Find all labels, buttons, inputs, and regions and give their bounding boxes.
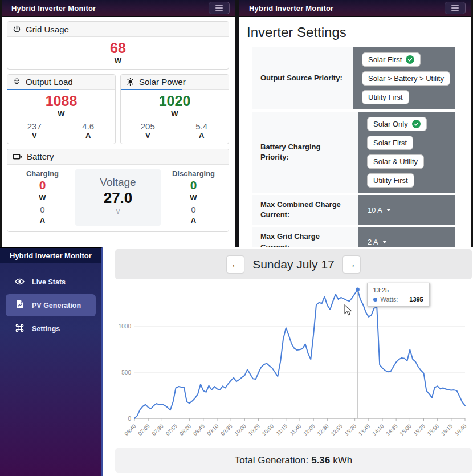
x-axis-tick-label: 10:50 xyxy=(260,423,275,437)
x-axis-tick-label: 14:35 xyxy=(385,423,399,437)
x-axis-tick-label: 07:05 xyxy=(137,423,151,437)
x-axis-tick-label: 12:30 xyxy=(316,423,330,437)
caret-down-icon xyxy=(386,209,391,211)
x-axis-tick-label: 15:00 xyxy=(398,423,413,437)
output-load-watts: 1088 xyxy=(7,93,115,109)
solar-power-amps: 5.4 xyxy=(175,121,229,131)
pv-generation-panel: Hybrid Inverter Monitor Live Stats xyxy=(0,247,473,476)
sidebar-title: Hybrid Inverter Monitor xyxy=(0,248,101,263)
date-title: Sunday July 17 xyxy=(252,258,335,271)
arrow-left-icon: ← xyxy=(231,259,240,270)
chart-tooltip: 13:25 Watts: 1395 xyxy=(367,283,430,307)
prev-day-button[interactable]: ← xyxy=(227,256,244,273)
sidebar-item-live-stats[interactable]: Live Stats xyxy=(6,271,96,292)
x-axis-tick-label: 13:20 xyxy=(343,423,357,437)
solar-power-title: Solar Power xyxy=(139,77,186,87)
x-axis-tick-label: 07:55 xyxy=(164,423,178,437)
total-generation-bar: Total Generation: 5.36 kWh xyxy=(115,448,472,473)
battery-discharging-col: Discharging 0 W 0 A xyxy=(164,169,223,226)
max-combined-charge-label: Max Combined Charge Current: xyxy=(252,195,358,225)
live-stats-content: Grid Usage 68 W Output Load 108 xyxy=(2,17,235,232)
eye-icon xyxy=(15,277,25,287)
hamburger-icon xyxy=(451,5,459,6)
x-axis-tick-label: 11:40 xyxy=(288,423,302,437)
grid-usage-header: Grid Usage xyxy=(7,22,229,37)
battery-card: Battery Charging 0 W 0 A Voltage 27.0 V xyxy=(7,149,229,233)
live-stats-panel: Hybrid Inverter Monitor Grid Usage 68 xyxy=(0,0,235,247)
arrow-right-icon: → xyxy=(347,259,356,270)
menu-toggle-button[interactable] xyxy=(445,2,466,14)
option-solar-first-button[interactable]: Solar First xyxy=(362,52,421,67)
solar-power-card: Solar Power 1020 W 205 V 5.4 A xyxy=(120,74,229,144)
max-combined-charge-row: Max Combined Charge Current: 10 A xyxy=(252,195,455,225)
x-axis-tick-label: 07:30 xyxy=(150,423,165,437)
tooltip-time: 13:25 xyxy=(373,287,423,294)
option-solar-only-button[interactable]: Solar Only xyxy=(367,117,427,131)
menu-toggle-button[interactable] xyxy=(209,2,230,14)
check-circle-icon xyxy=(406,55,414,64)
x-axis-tick-label: 16:15 xyxy=(440,423,454,437)
y-axis-tick-label: 0 xyxy=(128,416,131,422)
solar-power-header: Solar Power xyxy=(121,75,229,90)
battery-charging-amps: 0 xyxy=(13,204,72,215)
x-axis-tick-label: 11:15 xyxy=(275,423,288,437)
watts-series-line xyxy=(134,290,465,418)
battery-charging-label: Battery Charging Priority: xyxy=(252,112,358,193)
power-icon xyxy=(13,25,21,34)
total-generation-value: 5.36 xyxy=(311,455,330,466)
battery-charging-watts: 0 xyxy=(13,178,72,193)
output-load-card: Output Load 1088 W 237 V 4.6 A xyxy=(7,74,116,144)
sidebar-item-settings[interactable]: Settings xyxy=(6,318,96,340)
navbar-title: Hybrid Inverter Monitor xyxy=(249,4,333,13)
x-axis-tick-label: 16:40 xyxy=(454,423,468,437)
page-title: Inverter Settings xyxy=(239,17,471,47)
sidebar-item-pv-generation[interactable]: PV Generation xyxy=(6,294,96,316)
output-load-header: Output Load xyxy=(7,75,115,90)
next-day-button[interactable]: → xyxy=(343,256,360,273)
grid-usage-card: Grid Usage 68 W xyxy=(7,21,229,70)
x-axis-tick-label: 08:45 xyxy=(192,423,206,437)
check-circle-icon xyxy=(412,120,421,128)
command-icon xyxy=(15,324,25,334)
sidebar: Hybrid Inverter Monitor Live Stats xyxy=(0,247,103,476)
y-axis-tick-label: 1000 xyxy=(119,323,132,329)
battery-discharging-amps: 0 xyxy=(164,204,223,215)
navbar-settings: Hybrid Inverter Monitor xyxy=(239,0,471,17)
navbar-title: Hybrid Inverter Monitor xyxy=(11,4,96,13)
max-combined-charge-dropdown[interactable]: 10 A xyxy=(368,206,391,214)
panel-divider xyxy=(235,0,239,247)
settings-table: Output Source Priority: Solar First Sola… xyxy=(252,47,455,257)
output-load-volts: 237 xyxy=(7,121,62,131)
app-root: Hybrid Inverter Monitor Grid Usage 68 xyxy=(0,0,473,476)
tooltip-value: 1395 xyxy=(409,296,423,303)
option-solar-first-button[interactable]: Solar First xyxy=(367,136,413,150)
option-utility-first-button[interactable]: Utility First xyxy=(367,173,414,188)
total-generation-prefix: Total Generation: xyxy=(235,455,308,466)
x-axis-tick-label: 14:10 xyxy=(371,423,385,437)
x-axis-tick-label: 10:00 xyxy=(233,423,247,437)
sun-icon xyxy=(126,78,134,86)
date-nav-bar: ← Sunday July 17 → xyxy=(115,249,472,279)
battery-charging-col: Charging 0 W 0 A xyxy=(13,169,72,226)
grid-usage-value: 68 xyxy=(7,40,229,56)
hamburger-icon xyxy=(215,5,223,6)
battery-charging-row: Battery Charging Priority: Solar Only So… xyxy=(252,112,455,193)
total-generation-unit: kWh xyxy=(333,455,352,466)
x-axis-tick-label: 08:20 xyxy=(178,423,192,437)
option-solar-and-utility-button[interactable]: Solar & Utility xyxy=(367,154,424,169)
grid-usage-title: Grid Usage xyxy=(26,25,69,34)
x-axis-tick-label: 09:10 xyxy=(206,423,220,437)
option-solar-battery-utility-button[interactable]: Solar > Battery > Utility xyxy=(362,71,450,86)
inverter-settings-panel: Hybrid Inverter Monitor Inverter Setting… xyxy=(239,0,473,247)
option-utility-first-button[interactable]: Utility First xyxy=(362,90,409,104)
output-source-label: Output Source Priority: xyxy=(252,47,353,109)
output-load-amps: 4.6 xyxy=(62,121,116,131)
x-axis-tick-label: 12:55 xyxy=(329,423,344,437)
x-axis-tick-label: 15:25 xyxy=(412,423,426,437)
series-dot-icon xyxy=(373,298,377,302)
max-grid-charge-dropdown[interactable]: 2 A xyxy=(368,238,387,246)
x-axis-tick-label: 06:40 xyxy=(123,423,137,437)
pv-line-chart[interactable]: 0500100006:4007:0507:3007:5508:2008:4509… xyxy=(115,279,472,448)
selected-point-dot xyxy=(356,288,360,292)
solar-power-volts: 205 xyxy=(121,121,175,131)
